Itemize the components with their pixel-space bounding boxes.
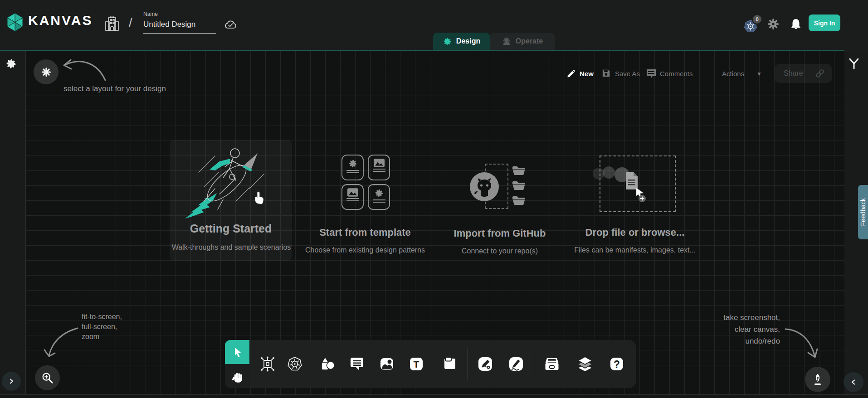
kubernetes-tool[interactable] — [286, 355, 303, 373]
shapes-icon — [319, 355, 336, 373]
tab-operate-label: Operate — [516, 37, 543, 45]
hint-line: take screenshot, — [689, 312, 780, 324]
select-tool[interactable] — [225, 340, 249, 364]
plus-badge-icon — [639, 195, 646, 202]
card-title: Getting Started — [170, 222, 292, 235]
organization-icon[interactable] — [104, 15, 120, 32]
pen-tool[interactable] — [477, 355, 494, 373]
image-icon — [378, 355, 395, 373]
note-tool[interactable] — [441, 355, 458, 373]
tab-design-label: Design — [456, 37, 480, 45]
feedback-label: Feedback — [859, 198, 867, 226]
card-title: Import from GitHub — [432, 228, 568, 239]
expand-left-panel-button[interactable] — [2, 372, 21, 391]
drop-dot — [603, 166, 615, 179]
breadcrumb-separator: / — [129, 15, 132, 30]
bottom-toolbar: T — [249, 340, 636, 388]
sign-in-button[interactable]: Sign In — [809, 15, 840, 31]
canvas-actions-hint-text: take screenshot, clear canvas, undo/redo — [689, 312, 780, 347]
chevron-left-icon — [849, 378, 858, 386]
template-tile — [341, 184, 364, 210]
toolbar-separator — [534, 348, 534, 380]
new-button[interactable]: New — [580, 70, 594, 78]
repo-folder-icon — [512, 195, 526, 206]
design-spiral-icon — [443, 37, 452, 46]
hint-line: undo/redo — [689, 335, 780, 347]
shapes-tool[interactable] — [319, 355, 336, 373]
credits-badge[interactable]: 0 — [752, 14, 762, 24]
layout-hint-text: select a layout for your design — [63, 84, 166, 93]
pan-hand-icon — [231, 369, 244, 383]
template-tile — [368, 184, 390, 210]
layers-tool[interactable] — [576, 355, 594, 373]
template-spiral-icon — [374, 188, 384, 198]
drawer-tool[interactable] — [543, 355, 561, 373]
new-pencil-icon — [566, 68, 576, 78]
github-octocat-icon — [469, 171, 500, 202]
text-icon: T — [408, 355, 425, 373]
rocket-illustration — [181, 143, 279, 220]
collapse-right-panel-button[interactable] — [844, 372, 863, 392]
components-chip-icon — [259, 355, 276, 373]
comment-tool[interactable] — [348, 355, 366, 373]
left-rail — [0, 51, 26, 394]
zoom-hint-text: fit-to-screen, full-screen, zoom — [82, 312, 122, 342]
repo-folder-icon — [512, 180, 526, 191]
image-tool[interactable] — [378, 355, 395, 373]
meshery-spiral-icon[interactable] — [5, 58, 17, 70]
canvas-actions-button[interactable] — [805, 367, 830, 392]
drawer-icon — [543, 355, 561, 373]
pencil-draw-icon — [507, 355, 525, 373]
save-as-floppy-icon — [601, 68, 611, 78]
card-title: Start from template — [297, 227, 433, 238]
toolbar-separator — [467, 348, 468, 380]
text-tool[interactable]: T — [408, 355, 425, 373]
settings-gear-icon[interactable] — [767, 18, 779, 30]
pen-icon — [477, 355, 494, 373]
cloud-sync-icon — [223, 19, 238, 30]
tab-design[interactable]: Design — [433, 33, 490, 50]
zoom-in-icon — [41, 371, 54, 385]
actions-menu-button[interactable]: Actions — [722, 70, 744, 78]
hint-line: fit-to-screen, — [82, 312, 122, 322]
save-as-button[interactable]: Save As — [615, 70, 640, 78]
svg-text:T: T — [414, 359, 419, 369]
kanvas-logo-icon[interactable] — [5, 12, 25, 33]
hint-line: full-screen, — [82, 322, 122, 332]
tool-mode-column — [225, 340, 249, 388]
canvas-actions-hint-arrow — [784, 323, 820, 361]
share-label: Share — [784, 69, 803, 78]
pan-tool[interactable] — [225, 364, 249, 388]
help-tool[interactable]: ? — [608, 355, 625, 373]
comment-bubble-icon — [348, 355, 366, 373]
hint-line: zoom — [82, 332, 122, 342]
layout-select-button[interactable] — [34, 59, 59, 84]
card-title: Drop file or browse... — [567, 227, 703, 238]
notifications-bell-icon[interactable] — [790, 18, 801, 30]
comments-button[interactable]: Comments — [660, 70, 693, 78]
bottom-edge — [0, 394, 868, 398]
header: KANVAS / Name De — [0, 0, 868, 50]
components-tool[interactable] — [259, 355, 276, 373]
share-button[interactable]: Share — [775, 64, 832, 83]
card-subtitle: Choose from existing design patterns — [297, 246, 433, 254]
comments-bubble-icon — [646, 68, 657, 79]
layers-icon — [576, 355, 594, 373]
design-name-input[interactable] — [143, 20, 216, 34]
pen-nib-icon — [811, 373, 824, 386]
zoom-controls-button[interactable] — [35, 365, 60, 390]
chevron-right-icon — [7, 377, 15, 385]
zoom-hint-arrow — [43, 325, 82, 363]
card-subtitle: Walk-throughs and sample scenarios — [163, 243, 299, 252]
select-cursor-icon — [231, 345, 244, 359]
tab-operate[interactable]: Operate — [490, 33, 555, 50]
kubernetes-helm-icon — [286, 355, 303, 373]
hierarchy-y-icon[interactable] — [848, 57, 860, 70]
share-link-icon — [814, 68, 825, 79]
template-tile — [368, 155, 390, 180]
caret-down-icon[interactable]: ▼ — [756, 71, 762, 77]
template-image-icon — [374, 159, 385, 167]
pencil-tool[interactable] — [507, 355, 525, 373]
feedback-tab[interactable]: Feedback — [858, 185, 868, 239]
sticky-note-icon — [441, 355, 458, 373]
